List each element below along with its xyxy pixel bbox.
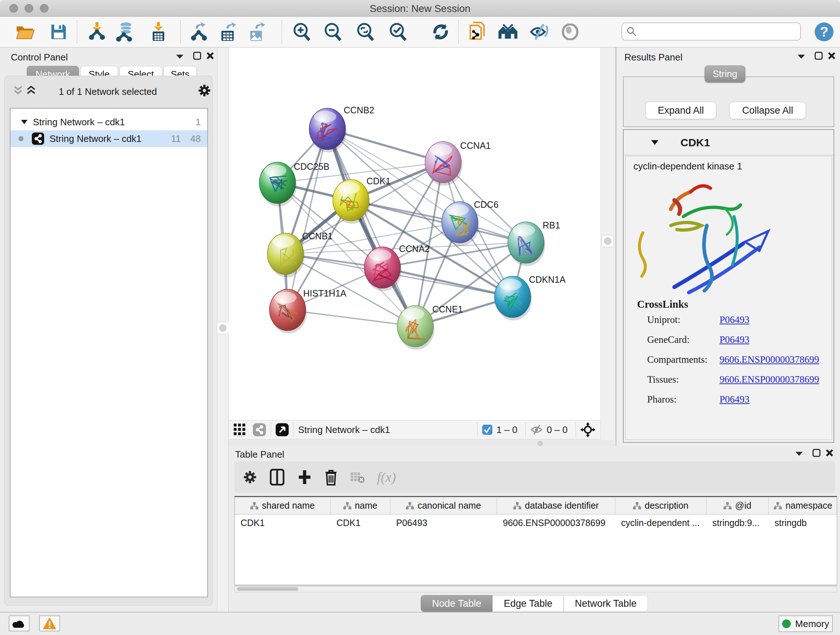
right-divider-handle[interactable] [602, 235, 614, 247]
zoom-selected-button[interactable] [388, 22, 408, 42]
column-header[interactable]: shared name [235, 497, 331, 514]
birds-eye-view-button[interactable] [580, 422, 595, 437]
network-tree-child-row[interactable]: String Network – cdk1 11 48 [11, 130, 207, 147]
tab-network-table[interactable]: Network Table [564, 595, 648, 612]
apply-layout-button[interactable] [431, 22, 451, 42]
crosslink-value-link[interactable]: P06493 [720, 314, 750, 325]
control-panel-close-button[interactable] [206, 52, 214, 60]
column-header[interactable]: @id [706, 497, 769, 514]
search-input[interactable] [637, 27, 792, 36]
tab-edge-table[interactable]: Edge Table [493, 595, 564, 612]
network-node-CCNA2[interactable] [364, 247, 401, 291]
gene-section-header[interactable]: CDK1 [624, 130, 834, 155]
right-panel-divider[interactable] [600, 48, 616, 446]
table-cell[interactable]: P06493 [390, 515, 497, 531]
table-cell[interactable]: cyclin-dependent ... [615, 515, 706, 531]
network-tree-root-row[interactable]: String Network – cdk1 1 [11, 114, 207, 130]
left-panel-divider[interactable] [217, 48, 229, 612]
crosslink-value-link[interactable]: 9606.ENSP00000378699 [720, 374, 819, 385]
network-node-HIST1H1A[interactable] [270, 289, 307, 333]
import-network-file-button[interactable] [87, 22, 107, 42]
results-panel-float-button[interactable] [815, 52, 823, 60]
show-columns-button[interactable] [270, 469, 284, 486]
hidden-eye-icon[interactable] [530, 424, 543, 435]
network-node-CDC6[interactable] [442, 202, 479, 246]
delete-column-button[interactable] [324, 469, 338, 486]
table-cell[interactable]: CDK1 [235, 515, 331, 531]
toolbar-search[interactable] [622, 22, 801, 41]
results-panel-menu-button[interactable] [797, 54, 805, 59]
new-network-from-selection-button[interactable] [468, 22, 488, 42]
table-cell[interactable]: stringdb [769, 515, 837, 531]
network-node-CDKN1A[interactable] [494, 276, 532, 320]
table-cell[interactable]: 9606.ENSP00000378699 [497, 515, 615, 531]
network-canvas[interactable]: CCNB2CCNA1CDC25BCDK1CDC6RB1CCNB1CCNA2CDK… [229, 48, 600, 420]
table-hscrollbar[interactable] [234, 586, 837, 592]
section-collapse-icon[interactable] [651, 140, 659, 145]
network-node-CCNA1[interactable] [425, 141, 462, 186]
tree-collapse-icon[interactable] [21, 119, 28, 125]
table-cell[interactable]: stringdb:9... [706, 515, 769, 531]
detach-view-button[interactable] [275, 423, 289, 437]
export-network-button[interactable] [189, 22, 210, 42]
crosslink-value-link[interactable]: P06493 [720, 394, 750, 405]
create-column-button[interactable] [297, 469, 312, 486]
table-settings-gear-icon[interactable] [242, 470, 257, 485]
control-panel-menu-button[interactable] [176, 54, 184, 59]
table-row[interactable]: CDK1CDK1P064939606.ENSP00000378699cyclin… [235, 515, 837, 531]
crosslink-value-link[interactable]: 9606.ENSP00000378699 [720, 354, 819, 365]
results-panel-close-button[interactable] [828, 52, 836, 60]
network-node-CCNE1[interactable] [397, 306, 434, 350]
column-header[interactable]: name [331, 497, 390, 514]
table-panel-menu-button[interactable] [795, 451, 803, 456]
network-graph[interactable]: CCNB2CCNA1CDC25BCDK1CDC6RB1CCNB1CCNA2CDK… [229, 48, 600, 420]
tab-node-table[interactable]: Node Table [421, 595, 493, 612]
column-header[interactable]: description [615, 497, 706, 514]
import-network-database-button[interactable] [115, 22, 135, 42]
warnings-button[interactable] [39, 616, 60, 631]
table-panel-float-button[interactable] [813, 449, 821, 457]
delete-table-button[interactable] [350, 471, 365, 483]
expand-all-button[interactable]: Expand All [645, 102, 716, 119]
memory-button[interactable]: Memory [778, 616, 833, 632]
column-header[interactable]: canonical name [390, 497, 497, 514]
collapse-all-networks-icon[interactable] [13, 86, 23, 96]
table-panel-close-button[interactable] [826, 449, 834, 457]
table-cell[interactable]: CDK1 [331, 515, 390, 531]
network-node-CCNB1[interactable] [267, 233, 305, 277]
cloud-status-button[interactable] [9, 616, 30, 631]
network-node-RB1[interactable] [508, 222, 545, 266]
import-table-file-button[interactable] [148, 22, 169, 42]
export-image-button[interactable] [248, 22, 268, 42]
network-options-gear-icon[interactable] [197, 83, 212, 98]
zoom-fit-button[interactable] [355, 22, 376, 42]
zoom-in-button[interactable] [292, 22, 312, 42]
hscrollbar-thumb[interactable] [237, 587, 298, 591]
splitter-dot[interactable] [538, 441, 543, 446]
network-edge[interactable] [287, 129, 327, 310]
left-divider-handle[interactable] [217, 322, 229, 334]
first-neighbors-button[interactable] [498, 22, 518, 42]
function-builder-button[interactable]: f(x) [377, 469, 396, 485]
zoom-out-button[interactable] [323, 22, 343, 42]
crosslink-value-link[interactable]: P06493 [720, 334, 750, 345]
hide-selected-button[interactable] [529, 22, 549, 42]
grid-view-button[interactable] [234, 424, 247, 436]
help-button[interactable]: ? [814, 22, 834, 42]
export-table-button[interactable] [218, 22, 239, 42]
network-node-CDK1[interactable] [333, 180, 370, 224]
column-header[interactable]: database identifier [497, 497, 615, 514]
open-session-button[interactable] [15, 22, 35, 42]
network-node-CCNB2[interactable] [309, 108, 347, 152]
network-edge[interactable] [382, 268, 513, 297]
column-header[interactable]: namespace [769, 497, 837, 514]
results-tab-string[interactable]: String [705, 65, 745, 82]
show-all-button[interactable] [560, 22, 580, 42]
network-edge[interactable] [351, 200, 526, 242]
control-panel-float-button[interactable] [193, 52, 201, 60]
collapse-all-button[interactable]: Collapse All [729, 102, 806, 119]
selected-checkbox[interactable] [482, 424, 493, 435]
network-view-share-button[interactable] [253, 423, 266, 437]
network-node-CDC25B[interactable] [259, 162, 297, 206]
save-session-button[interactable] [49, 22, 69, 42]
